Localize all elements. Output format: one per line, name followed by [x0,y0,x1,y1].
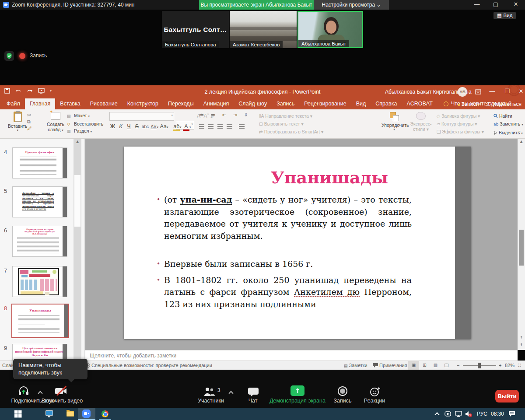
reading-view-button[interactable]: ▥ [430,361,441,370]
tab-insert[interactable]: Вставка [55,98,85,109]
zoom-in-button[interactable]: + [499,361,501,370]
align-buttons[interactable] [199,124,245,129]
font-name-select[interactable] [109,112,174,121]
paste-button[interactable]: Вставить ▾ [8,112,28,132]
shape-fill-button[interactable]: ◇ Заливка фигуры ▾ [437,112,484,120]
tab-help[interactable]: Справка [371,98,402,109]
tab-draw[interactable]: Рисование [85,98,122,109]
ppt-restore-button[interactable]: ❐ [500,85,514,98]
slideshow-button[interactable]: 🖵 [441,361,452,370]
list-indent-buttons[interactable]: ≔ ≕ ⇤ ⇥ ⇳ [199,112,251,118]
normal-view-button[interactable]: ▣ [408,361,419,370]
share-screen-icon[interactable]: ↑ [290,385,304,396]
tab-home[interactable]: Главная [25,98,56,109]
slide-thumbnail-7[interactable] [12,266,67,297]
fit-to-window-icon[interactable]: ⛶ [518,361,521,370]
view-layout-button[interactable]: ▦ Вид [494,12,516,19]
zoom-percentage[interactable]: 82% [505,361,514,370]
zoom-slider-thumb[interactable] [478,363,481,368]
shape-outline-button[interactable]: ▱ Контур фигуры ▾ [437,120,484,128]
zoom-out-button[interactable]: − [457,361,459,370]
slide-body-text[interactable]: (от упа-ни-сад – «сидеть у ног» учителя)… [164,194,412,310]
new-slide-button[interactable]: Создать слайд ▾ [47,112,64,132]
tray-audio-muted-icon[interactable] [465,410,472,419]
slide-title[interactable]: Упанишады [189,168,469,187]
text-direction-button[interactable]: ⫴А Направление текста ▾ [259,112,323,120]
slide-scrollbar-thumb[interactable] [519,230,524,266]
share-button[interactable]: Поделиться [486,101,522,107]
reactions-icon[interactable] [369,386,382,399]
tab-view[interactable]: Вид [351,98,371,109]
comments-toggle[interactable]: Примечания [373,361,407,370]
reset-button[interactable]: ↺ Восстановить [67,120,103,128]
layout-button[interactable]: ▤ Макет ▾ [67,112,103,120]
language-indicator[interactable]: РУС [477,411,487,417]
leave-meeting-button[interactable]: Выйти [495,390,519,402]
view-settings-dropdown[interactable]: Настройки просмотра ⌄ [314,0,389,10]
thumbnail-scrollbar-thumb[interactable] [74,175,80,227]
clipboard-small-buttons[interactable]: ✂⧉🖉 [27,112,32,132]
chrome-icon[interactable] [102,410,108,417]
folder-icon[interactable] [66,411,74,416]
notification-center-icon[interactable] [508,411,515,418]
record-label[interactable]: Запись [325,398,360,404]
tab-slideshow[interactable]: Слайд-шоу [234,98,272,109]
zoom-maximize-button[interactable]: ▢ [489,0,502,10]
security-shield-icon[interactable] [4,51,14,61]
tray-zoom-icon[interactable] [444,411,451,418]
tab-design[interactable]: Конструктор [122,98,163,109]
file-explorer-pc-icon[interactable] [46,410,53,416]
tab-acrobat[interactable]: ACROBAT [402,98,438,109]
slide[interactable]: Упанишады (от упа-ни-сад – «сидеть у ног… [124,147,471,339]
slide-editing-area[interactable]: Упанишады (от упа-ни-сад – «сидеть у ног… [85,139,518,350]
accessibility-status[interactable]: Специальные возможности: проверьте реком… [85,361,212,370]
ppt-minimize-button[interactable]: — [486,85,499,98]
slide-scrollbar[interactable]: ▲ ⇞ ⇟ [518,139,525,350]
zoom-close-button[interactable]: ✕ [509,0,522,10]
find-button[interactable]: Найти [494,112,523,120]
slide-sorter-button[interactable]: ⊞ [419,361,430,370]
slide-thumbnail-5[interactable]: философия – знания о человеческом мире-ч… [12,186,67,217]
participants-chevron[interactable] [228,391,233,396]
start-video-label[interactable]: Включить видео [34,398,90,404]
chat-icon[interactable] [248,387,259,399]
slide-thumbnail-9[interactable]: Центральные понятия индийской философско… [12,344,67,360]
participants-icon[interactable] [203,386,216,399]
slide-thumbnail-8-selected[interactable]: Упанишады [11,304,69,338]
reactions-label[interactable]: Реакции [356,398,393,404]
notes-button[interactable]: Записи [458,101,479,107]
slide-thumbnail-4[interactable]: Предмет философии [12,147,67,178]
start-button[interactable] [14,410,22,419]
collapse-ribbon-icon[interactable]: ⌃ [518,130,521,134]
zoom-minimize-button[interactable]: — [470,0,483,10]
notes-toggle[interactable]: ▤ Заметки [344,361,368,370]
smartart-button[interactable]: ⇄ Преобразовать в SmartArt ▾ [259,128,323,136]
notes-pane[interactable]: Щелкните, чтобы добавить заметки [85,350,518,360]
align-text-button[interactable]: ⊟ Выровнять текст ▾ [259,120,323,128]
thumbnail-scrollbar[interactable]: ▲ [74,139,81,360]
participants-label[interactable]: Участники [187,398,234,404]
zoom-taskbar-icon[interactable] [82,410,91,418]
video-tile-3-active[interactable]: Абылханова Бакыт [298,11,363,48]
audio-options-chevron[interactable] [38,391,42,396]
section-button[interactable]: ▥ Раздел ▾ [67,127,103,136]
tab-animations[interactable]: Анимация [199,98,234,109]
tab-file[interactable]: Файл [2,98,25,109]
video-tile-1[interactable]: Бахытгуль Солт… Бахытгуль Солтанова [162,11,229,48]
tab-transitions[interactable]: Переходы [163,98,199,109]
share-screen-label[interactable]: Демонстрация экрана [262,398,333,404]
font-format-buttons[interactable]: Ж К Ч S abc АV▾ Аа▾ аб▾ А▾ [109,123,191,131]
ribbon-display-options-icon[interactable] [472,85,485,98]
clock[interactable]: 08:30 [491,411,504,417]
arrange-button[interactable]: Упорядочить ▾ [382,112,407,131]
tab-review[interactable]: Рецензирование [299,98,351,109]
record-icon[interactable] [337,385,348,399]
account-avatar[interactable]: АБ [458,87,467,97]
tray-display-icon[interactable] [455,411,462,418]
headphones-icon[interactable] [18,385,30,399]
video-tile-2[interactable]: Азамат Кенешбеков [230,11,297,48]
ppt-close-button[interactable]: ✕ [514,85,525,98]
shape-effects-button[interactable]: ❏ Эффекты фигуры ▾ [437,128,484,136]
quick-styles-button[interactable]: Экспресс- стили ▾ [409,112,433,132]
replace-button[interactable]: ab Заменить ▾ [494,120,523,129]
